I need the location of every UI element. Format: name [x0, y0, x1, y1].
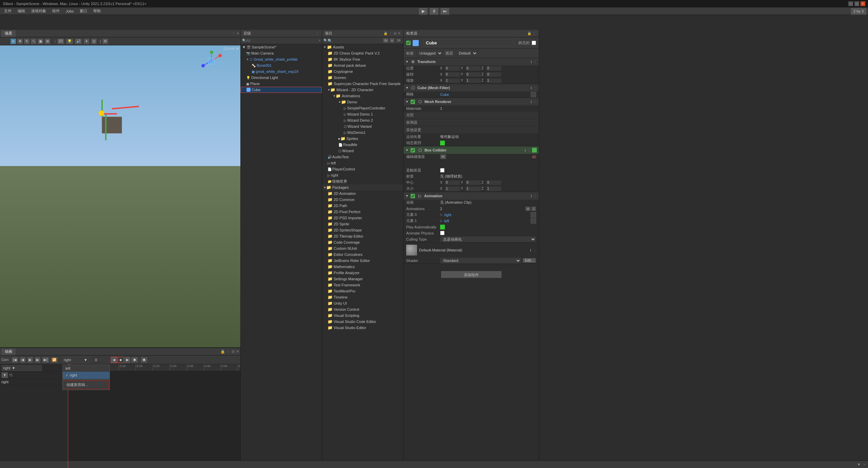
- project-item-wizdemo1[interactable]: ▷ WizDemo1: [322, 129, 403, 136]
- project-item-animations[interactable]: ▼ Animations: [322, 93, 403, 99]
- anim-loop[interactable]: 🔁: [51, 357, 58, 363]
- menu-file[interactable]: 文件: [1, 8, 14, 14]
- anim-next-keyframe[interactable]: ▶|: [42, 357, 49, 363]
- pos-y-input[interactable]: [466, 66, 481, 71]
- pos-x-input[interactable]: [445, 66, 460, 71]
- add-component-button[interactable]: 添加组件: [441, 271, 502, 278]
- project-item-supercyan[interactable]: Supercyan Character Pack Free Sample: [322, 81, 403, 87]
- scene-tool-hand[interactable]: ⊕: [10, 38, 16, 44]
- add-track-btn[interactable]: ▼: [1, 372, 8, 378]
- project-item-version-control[interactable]: Version Control: [322, 306, 403, 312]
- project-item-test-framework[interactable]: Test Framework: [322, 282, 403, 288]
- project-item-wizard2d[interactable]: ▼ Wizard - 2D Character: [322, 87, 403, 93]
- rot-z-input[interactable]: [486, 72, 501, 77]
- center-x-input[interactable]: [445, 180, 460, 185]
- project-item-right[interactable]: ▷ right: [322, 172, 403, 178]
- scene-options-btn[interactable]: ⋮: [232, 32, 235, 35]
- object-enabled-checkbox[interactable]: [406, 41, 411, 45]
- scale-y-input[interactable]: [466, 78, 481, 83]
- auto-kf-btn[interactable]: ⏺: [141, 357, 147, 363]
- animation-comp-enabled[interactable]: [411, 194, 415, 198]
- project-item-vscode-editor[interactable]: Visual Studio Code Editor: [322, 319, 403, 325]
- btn-lights[interactable]: 💡: [66, 38, 73, 44]
- anim-close-btn[interactable]: ✕: [236, 349, 239, 354]
- center-z-input[interactable]: [486, 180, 501, 185]
- object-name-input[interactable]: [423, 39, 514, 46]
- menu-jobs[interactable]: Jobs: [63, 8, 76, 14]
- pos-z-input[interactable]: [486, 66, 501, 71]
- menu-gameobject[interactable]: 游戏对象: [28, 8, 49, 14]
- hierarchy-item-cube[interactable]: Cube: [241, 87, 322, 93]
- project-item-packages[interactable]: ▼ Packages: [322, 184, 403, 190]
- size-x-input[interactable]: [445, 186, 460, 191]
- project-item-scenes[interactable]: Scenes: [322, 75, 403, 81]
- project-item-2d-psd[interactable]: 2D PSD Importer: [322, 215, 403, 221]
- scene-tool-move[interactable]: ✥: [17, 38, 23, 44]
- scene-tool-scale[interactable]: ⤡: [31, 38, 37, 44]
- collapse-btn[interactable]: ▼: [857, 463, 861, 466]
- anim-prev-keyframe[interactable]: |◀: [12, 357, 19, 363]
- add-kf-btn[interactable]: ◆: [118, 357, 124, 363]
- play-button[interactable]: ▶: [418, 7, 428, 15]
- animation-comp-info-btn[interactable]: ℹ: [531, 194, 532, 198]
- project-item-demo[interactable]: ▼ Demo: [322, 99, 403, 105]
- scene-tool-rect[interactable]: ▣: [37, 38, 44, 44]
- anim-options-btn[interactable]: ⋮: [226, 349, 230, 354]
- hierarchy-item-directional-light[interactable]: 💡 Directional Light: [241, 75, 322, 81]
- project-item-unity-ui[interactable]: Unity UI: [322, 300, 403, 306]
- mesh-filter-info-btn[interactable]: ℹ: [531, 86, 532, 90]
- clip-selector[interactable]: right ▼ left ✓ right: [62, 357, 89, 363]
- shader-selector[interactable]: Standard: [440, 258, 521, 264]
- box-collider-info-btn[interactable]: ℹ: [525, 148, 526, 152]
- tab-animation[interactable]: 动画: [1, 348, 16, 355]
- project-item-2d-sprite[interactable]: 2D Sprite: [322, 221, 403, 227]
- inspector-lock-btn[interactable]: 🔒: [527, 32, 531, 35]
- box-collider-header[interactable]: ▼ ⬡ Box Collider ℹ ⋮: [403, 146, 539, 154]
- animation-comp-header[interactable]: ▼ ▷ Animation ℹ ⋮: [403, 192, 539, 200]
- project-maximize-btn[interactable]: ⊟: [394, 32, 396, 35]
- anim-prev-frame[interactable]: ◀: [20, 357, 26, 363]
- btn-effects[interactable]: ✦: [83, 38, 90, 44]
- project-search-input[interactable]: [328, 39, 383, 43]
- project-item-sprites[interactable]: ▶ Sprites: [322, 136, 403, 142]
- size-y-input[interactable]: [466, 186, 481, 191]
- btn-gizmo[interactable]: ⚙: [102, 38, 108, 44]
- pause-button[interactable]: ⏸: [429, 7, 439, 15]
- size-z-input[interactable]: [486, 186, 501, 191]
- anim-next-frame[interactable]: ▶: [35, 357, 41, 363]
- mesh-target-icon[interactable]: [531, 92, 536, 97]
- btn-audio[interactable]: 🔊: [75, 38, 82, 44]
- hierarchy-add-btn[interactable]: +: [318, 39, 320, 42]
- hierarchy-search-input[interactable]: [246, 39, 318, 43]
- project-item-editor-coroutines[interactable]: Editor Coroutines: [322, 251, 403, 258]
- rot-x-input[interactable]: [445, 72, 460, 77]
- hierarchy-item-shark-prefab[interactable]: ▼ ⬡ Great_white_shark_prefab: [241, 56, 322, 62]
- project-item-custom-nunit[interactable]: Custom NUnit: [322, 245, 403, 251]
- clip-option-left[interactable]: left: [63, 365, 110, 372]
- transform-info-btn[interactable]: ℹ: [531, 60, 532, 64]
- animations-remove-btn[interactable]: -: [531, 206, 536, 211]
- next-kf-btn[interactable]: ▶: [124, 357, 131, 363]
- clip-option-right[interactable]: ✓ right: [63, 372, 110, 379]
- mesh-renderer-header[interactable]: ▼ ⬡ Mesh Renderer ℹ ⋮: [403, 98, 539, 105]
- project-refresh-btn[interactable]: ↻: [383, 38, 389, 43]
- project-item-2dchess[interactable]: 2D Chess Graphic Pack V.2: [322, 50, 403, 56]
- project-item-2d-pixel[interactable]: 2D Pixel Perfect: [322, 209, 403, 215]
- menu-component[interactable]: 组件: [50, 8, 62, 14]
- scene-tool-rotate[interactable]: ↻: [24, 38, 30, 44]
- record-btn[interactable]: ⏺: [131, 357, 138, 363]
- btn-2d[interactable]: 2D: [57, 38, 65, 44]
- project-item-timeline[interactable]: Timeline: [322, 294, 403, 300]
- track-clip-selector[interactable]: right ▼: [1, 365, 42, 371]
- project-item-wizard-demo2[interactable]: ▷ Wizard Demo 2: [322, 117, 403, 123]
- project-add-btn[interactable]: +: [390, 38, 395, 43]
- scale-x-input[interactable]: [445, 78, 460, 83]
- hierarchy-options[interactable]: ⋮: [316, 32, 319, 35]
- project-item-mathematics[interactable]: Mathematics: [322, 264, 403, 270]
- project-item-visual-scripting[interactable]: Visual Scripting: [322, 312, 403, 319]
- material-options-btn[interactable]: ⋮: [533, 248, 536, 252]
- box-collider-options-btn[interactable]: ⋮: [527, 148, 531, 152]
- mesh-filter-options-btn[interactable]: ⋮: [533, 86, 537, 90]
- box-collider-enabled[interactable]: [411, 148, 415, 152]
- transform-header[interactable]: ▼ ⊕ Transform ℹ ⋮: [403, 58, 539, 65]
